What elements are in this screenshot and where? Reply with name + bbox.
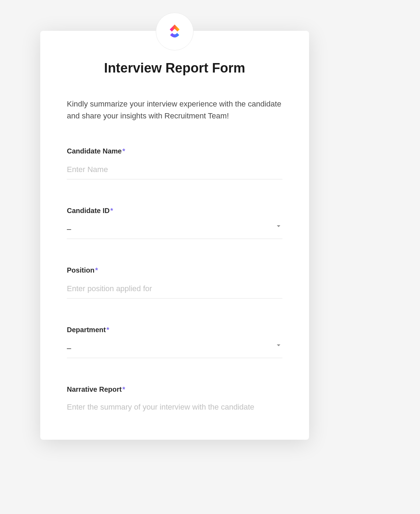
field-candidate-name: Candidate Name* <box>40 147 309 179</box>
candidate-name-input[interactable] <box>67 162 282 179</box>
position-label: Position* <box>67 266 282 274</box>
required-asterisk: * <box>106 326 109 334</box>
narrative-report-label: Narrative Report* <box>67 385 282 393</box>
form-title: Interview Report Form <box>40 61 309 76</box>
clickup-logo-icon <box>165 22 184 41</box>
form-description: Kindly summarize your interview experien… <box>40 98 309 122</box>
position-input[interactable] <box>67 281 282 299</box>
required-asterisk: * <box>122 147 125 155</box>
form-card: Interview Report Form Kindly summarize y… <box>40 31 309 440</box>
label-text: Position <box>67 266 94 274</box>
department-label: Department* <box>67 326 282 334</box>
department-select[interactable]: – <box>67 341 282 358</box>
required-asterisk: * <box>122 385 125 393</box>
field-candidate-id: Candidate ID* – <box>40 207 309 239</box>
chevron-down-icon <box>277 225 280 227</box>
field-narrative-report: Narrative Report* Enter the summary of y… <box>40 385 309 412</box>
label-text: Department <box>67 326 106 334</box>
field-position: Position* <box>40 266 309 299</box>
candidate-id-label: Candidate ID* <box>67 207 282 215</box>
select-value: – <box>67 225 71 233</box>
label-text: Candidate ID <box>67 207 110 214</box>
required-asterisk: * <box>110 207 113 214</box>
field-department: Department* – <box>40 326 309 358</box>
required-asterisk: * <box>95 266 98 274</box>
candidate-id-select[interactable]: – <box>67 222 282 239</box>
logo-circle <box>156 13 194 50</box>
select-value: – <box>67 344 71 352</box>
label-text: Narrative Report <box>67 385 122 393</box>
label-text: Candidate Name <box>67 147 122 155</box>
chevron-down-icon <box>277 344 280 346</box>
narrative-report-input[interactable]: Enter the summary of your interview with… <box>67 400 282 412</box>
candidate-name-label: Candidate Name* <box>67 147 282 155</box>
